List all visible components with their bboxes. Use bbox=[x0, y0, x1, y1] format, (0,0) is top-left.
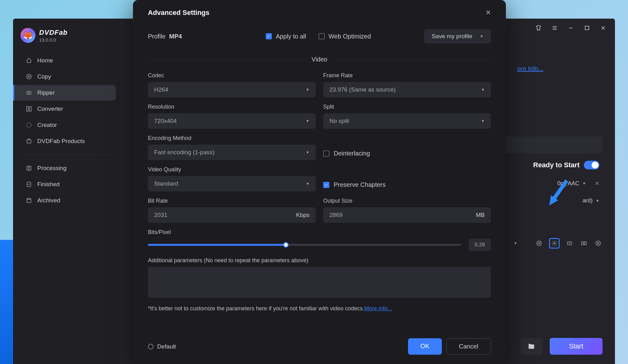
resolution-label: Resolution bbox=[148, 104, 316, 110]
remove-task-icon[interactable]: ✕ bbox=[595, 180, 599, 187]
default-radio[interactable] bbox=[148, 344, 154, 349]
svg-point-0 bbox=[27, 74, 31, 79]
save-profile-button[interactable]: Save my profile ▼ bbox=[424, 29, 491, 43]
nav-label: Archived bbox=[37, 197, 60, 204]
nav-label: Finished bbox=[37, 181, 60, 188]
sidebar-item-home[interactable]: Home bbox=[17, 53, 116, 68]
additional-params-label: Additional parameters (No need to repeat… bbox=[148, 257, 491, 264]
svg-rect-17 bbox=[584, 242, 586, 245]
sidebar-item-processing[interactable]: Processing bbox=[17, 160, 116, 176]
svg-rect-16 bbox=[582, 242, 584, 245]
chevron-down-icon: ▼ bbox=[481, 88, 485, 92]
close-icon[interactable]: ✕ bbox=[485, 9, 491, 17]
preserve-chapters-checkbox[interactable]: ✓ bbox=[323, 182, 329, 188]
products-icon bbox=[25, 138, 32, 145]
sidebar-item-converter[interactable]: Converter bbox=[17, 101, 116, 117]
chevron-down-icon: ▼ bbox=[480, 34, 484, 38]
finished-icon bbox=[25, 181, 32, 188]
bits-pixel-value: 0.29 bbox=[469, 239, 491, 251]
app-version: 13.0.0.0 bbox=[39, 37, 68, 43]
modal-header: Advanced Settings ✕ bbox=[133, 0, 506, 23]
resolution-select[interactable]: 720x404▼ bbox=[148, 113, 316, 129]
bottom-bar: Start bbox=[508, 329, 615, 364]
title-bar bbox=[527, 19, 615, 39]
chevron-down-icon: ▼ bbox=[306, 182, 309, 186]
ok-button[interactable]: OK bbox=[408, 338, 442, 355]
maximize-icon[interactable] bbox=[584, 25, 590, 33]
split-select[interactable]: No split▼ bbox=[323, 113, 491, 129]
archived-icon bbox=[25, 197, 32, 204]
app-logo-icon: 🦊 bbox=[21, 28, 35, 43]
sidebar-item-archived[interactable]: Archived bbox=[17, 193, 116, 208]
sidebar-item-copy[interactable]: Copy bbox=[17, 69, 116, 84]
sidebar-item-ripper[interactable]: Ripper bbox=[13, 85, 116, 101]
delete-icon[interactable] bbox=[594, 239, 603, 248]
more-info-link[interactable]: ore Info... bbox=[517, 65, 544, 72]
creator-icon bbox=[25, 122, 32, 128]
audio-info[interactable]: ard)▼ bbox=[583, 197, 599, 204]
sidebar-item-products[interactable]: DVDFab Products bbox=[17, 133, 116, 149]
chevron-down-icon: ▼ bbox=[582, 181, 586, 186]
encoding-select[interactable]: Fast encoding (1-pass)▼ bbox=[148, 145, 316, 160]
menu-icon[interactable] bbox=[552, 25, 558, 33]
video-section-divider: Video bbox=[148, 56, 491, 63]
chevron-down-icon: ▼ bbox=[481, 119, 485, 123]
sidebar: 🦊 DVDFab 13.0.0.0 Home Copy Ripper Conve… bbox=[13, 19, 120, 364]
frame-rate-select[interactable]: 23.976 (Same as source)▼ bbox=[323, 82, 491, 97]
modal-body: Profile MP4 ✓ Apply to all Web Optimized… bbox=[133, 23, 506, 329]
svg-rect-2 bbox=[27, 91, 31, 94]
bit-rate-input-wrapper: Kbps bbox=[148, 207, 316, 223]
output-size-input-wrapper: MB bbox=[323, 207, 491, 223]
svg-point-14 bbox=[554, 243, 555, 244]
more-info-link[interactable]: More info... bbox=[364, 305, 392, 312]
bits-pixel-label: Bits/Pixel bbox=[148, 229, 491, 236]
deinterlacing-checkbox[interactable] bbox=[323, 151, 329, 157]
output-size-unit: MB bbox=[470, 212, 491, 218]
tshirt-icon[interactable] bbox=[535, 25, 542, 33]
output-size-input[interactable] bbox=[323, 207, 470, 223]
apply-to-all-label: Apply to all bbox=[276, 33, 306, 40]
bits-pixel-slider[interactable] bbox=[148, 244, 461, 246]
nav-separator bbox=[22, 155, 111, 155]
nav-label: Home bbox=[37, 57, 53, 64]
modal-footer: Default OK Cancel bbox=[133, 329, 506, 364]
advanced-settings-icon[interactable] bbox=[549, 238, 560, 249]
chevron-down-icon: ▼ bbox=[306, 150, 309, 155]
sidebar-item-finished[interactable]: Finished bbox=[17, 177, 116, 192]
svg-rect-11 bbox=[585, 26, 589, 30]
nav-label: Converter bbox=[37, 106, 63, 112]
quality-label: Video Quality bbox=[148, 166, 316, 173]
svg-rect-10 bbox=[27, 200, 31, 203]
ready-to-start-label: Ready to Start bbox=[533, 161, 580, 169]
nav-label: DVDFab Products bbox=[37, 138, 85, 145]
edit-icon[interactable] bbox=[565, 239, 574, 248]
bit-rate-unit: Kbps bbox=[290, 212, 316, 218]
codec-select[interactable]: H264▼ bbox=[148, 82, 316, 97]
start-button[interactable]: Start bbox=[550, 338, 603, 355]
output-size-label: Output Size bbox=[323, 198, 491, 204]
frame-rate-label: Frame Rate bbox=[323, 72, 491, 79]
split-label: Split bbox=[323, 104, 491, 110]
bit-rate-input[interactable] bbox=[148, 207, 290, 223]
close-icon[interactable] bbox=[600, 25, 606, 33]
preview-icon[interactable] bbox=[535, 239, 543, 248]
profile-label: Profile MP4 bbox=[148, 33, 182, 40]
nav-label: Copy bbox=[37, 73, 51, 80]
minimize-icon[interactable] bbox=[568, 25, 574, 33]
chevron-down-icon: ▼ bbox=[306, 119, 309, 123]
quality-select[interactable]: Standard▼ bbox=[148, 176, 316, 191]
additional-params-input[interactable] bbox=[148, 267, 491, 298]
apply-to-all-checkbox[interactable]: ✓ bbox=[266, 33, 272, 39]
web-optimized-label: Web Optimized bbox=[328, 33, 371, 40]
cancel-button[interactable]: Cancel bbox=[446, 338, 491, 355]
chevron-down-icon[interactable]: ▼ bbox=[514, 241, 517, 245]
svg-rect-4 bbox=[27, 107, 29, 111]
logo-area: 🦊 DVDFab 13.0.0.0 bbox=[13, 25, 120, 52]
default-label: Default bbox=[157, 343, 176, 350]
web-optimized-checkbox[interactable] bbox=[319, 33, 325, 39]
output-folder-button[interactable] bbox=[520, 338, 542, 355]
encoding-label: Encoding Method bbox=[148, 135, 316, 142]
sidebar-item-creator[interactable]: Creator bbox=[17, 117, 116, 133]
ready-toggle[interactable] bbox=[584, 161, 599, 169]
chapters-icon[interactable] bbox=[580, 239, 588, 248]
